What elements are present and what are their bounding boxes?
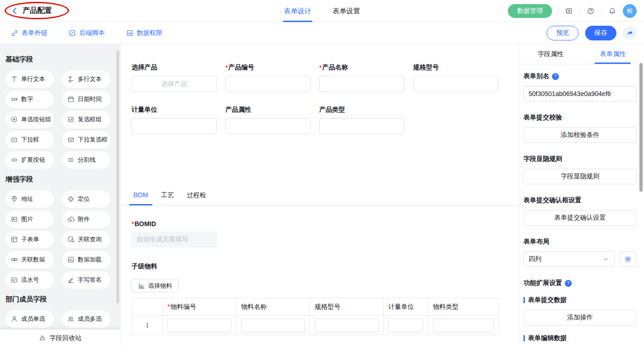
cell-input[interactable] [167, 319, 231, 332]
back-button[interactable] [11, 7, 19, 15]
field-input[interactable] [413, 76, 498, 92]
cell-input[interactable] [315, 319, 379, 332]
extension-group-表单提交数据: 表单提交数据 [523, 296, 637, 304]
palette-item-下拉复选框[interactable]: 下拉复选框 [62, 131, 110, 148]
cell-input[interactable] [388, 319, 423, 332]
palette-item-数字[interactable]: 123数字 [6, 91, 54, 108]
palette-section-title: 基础字段 [6, 55, 120, 64]
help-icon[interactable] [586, 6, 595, 16]
field-label: 规格型号 [413, 63, 498, 72]
chevron-down-icon [602, 256, 610, 263]
prop-section-label: 表单提交校验 [523, 114, 637, 122]
help-circle-icon[interactable]: ? [552, 73, 559, 80]
field-input[interactable] [319, 76, 404, 92]
field-label-text: 选择产品 [132, 63, 157, 72]
form-alias-input[interactable]: 50f30501ab06543e0a904ef6 [523, 86, 637, 102]
layout-settings-button[interactable] [619, 251, 637, 267]
properties-tab-表单属性[interactable]: 表单属性 [582, 44, 644, 64]
palette-item-定位[interactable]: 定位 [62, 190, 110, 208]
field-recycle-bin[interactable]: 字段回收站 [0, 330, 120, 347]
field-palette: 基础字段单行文本多行文本123数字日期时间单选按钮组复选框组下拉框下拉复选框扩展… [0, 44, 120, 347]
bell-icon[interactable] [608, 6, 617, 16]
palette-item-地址[interactable]: 地址 [6, 190, 54, 208]
palette-item-label: 关联数据 [21, 256, 45, 264]
column-header-label: 规格型号 [315, 303, 340, 310]
palette-item-流水号[interactable]: 流水号 [6, 271, 54, 289]
form-field-产品名称[interactable]: *产品名称 [319, 63, 404, 92]
bomid-label: *BOMID [132, 220, 500, 228]
preview-button[interactable]: 预览 [546, 26, 579, 40]
field-picker[interactable]: 选择产品 [132, 76, 217, 92]
image-icon [11, 216, 18, 223]
palette-item-成员多选[interactable]: 成员多选 [62, 310, 110, 328]
form-field-产品编号[interactable]: *产品编号 [225, 63, 310, 92]
palette-item-多行文本[interactable]: 多行文本 [62, 70, 110, 88]
field-input[interactable] [225, 118, 310, 134]
palette-item-分割线[interactable]: 分割线 [62, 151, 110, 169]
cell-input[interactable] [433, 319, 494, 332]
child-materials-label: 子级物料 [132, 262, 500, 271]
palette-item-子表单[interactable]: 子表单 [6, 231, 54, 248]
palette-item-label: 流水号 [21, 276, 39, 284]
attachment-icon [67, 216, 75, 223]
palette-item-label: 附件 [78, 215, 90, 223]
toolbar-link-后端脚本[interactable]: 后端脚本 [69, 29, 105, 37]
cell-input[interactable] [241, 319, 305, 332]
field-input[interactable] [132, 118, 217, 134]
header-tab-表单设置[interactable]: 表单设置 [333, 0, 360, 22]
form-field-规格型号[interactable]: 规格型号 [413, 63, 498, 92]
form-field-产品类型[interactable]: 产品类型 [319, 106, 404, 134]
save-button[interactable]: 保存 [585, 26, 616, 40]
select-material-button[interactable]: 选择物料 [132, 279, 178, 292]
subform-tab-过程检[interactable]: 过程检 [187, 188, 206, 205]
scrollbar-thumb[interactable] [639, 63, 643, 192]
form-field-计量单位[interactable]: 计量单位 [132, 106, 217, 134]
palette-item-关联查询[interactable]: 关联查询 [62, 231, 110, 248]
toolbar-link-表单外链[interactable]: 表单外链 [11, 29, 47, 37]
palette-item-下拉框[interactable]: 下拉框 [6, 131, 54, 148]
field-label-text: 产品类型 [319, 106, 345, 114]
form-layout-label: 表单布局 [523, 238, 637, 246]
form-field-选择产品[interactable]: 选择产品选择产品 [132, 63, 217, 92]
palette-item-单行文本[interactable]: 单行文本 [6, 70, 54, 88]
body: 基础字段单行文本多行文本123数字日期时间单选按钮组复选框组下拉框下拉复选框扩展… [0, 44, 644, 347]
data-manage-button[interactable]: 数据管理 [508, 4, 552, 18]
palette-item-数据加载[interactable]: 数据加载 [62, 251, 110, 268]
prop-section-button-表单提交确认设置[interactable]: 表单提交确认设置 [523, 210, 637, 226]
prop-section-button-字段显隐规则[interactable]: 字段显隐规则 [523, 169, 637, 184]
subform-tab-工艺[interactable]: 工艺 [161, 188, 174, 205]
palette-item-日期时间[interactable]: 日期时间 [62, 91, 110, 108]
contacts-icon[interactable] [564, 6, 574, 16]
prop-section-button-添加校验条件[interactable]: 添加校验条件 [523, 127, 637, 143]
field-input[interactable] [225, 76, 310, 92]
bomid-input[interactable]: 自动生成无需填写 [132, 232, 217, 247]
serial-number-icon [11, 276, 18, 284]
palette-item-label: 成员单选 [21, 315, 45, 323]
subform-tab-BOM[interactable]: BOM [133, 188, 148, 205]
palette-item-附件[interactable]: 附件 [62, 210, 110, 228]
extension-section: 功能扩展设置 ? 表单提交数据添加操作表单编辑数据添加操作 [523, 279, 637, 347]
palette-item-手写签名[interactable]: 手写签名 [62, 271, 110, 289]
palette-item-图片[interactable]: 图片 [6, 210, 54, 228]
scrollbar-thumb[interactable] [116, 51, 119, 303]
palette-item-复选框组[interactable]: 复选框组 [62, 111, 110, 128]
share-button[interactable] [623, 26, 637, 40]
palette-item-关联数据[interactable]: 关联数据 [6, 251, 54, 268]
extension-group-button-表单提交数据[interactable]: 添加操作 [523, 310, 637, 325]
avatar[interactable]: 检 [623, 4, 637, 18]
prop-section-字段显隐规则: 字段显隐规则字段显隐规则 [523, 155, 637, 184]
header-tab-表单设计[interactable]: 表单设计 [284, 0, 311, 22]
toolbar-link-数据权限[interactable]: 数据权限 [126, 29, 162, 37]
form-alias-label: 表单别名 ? [523, 72, 637, 80]
palette-item-扩展按钮[interactable]: 扩展按钮 [6, 151, 54, 169]
toolbar-link-label: 后端脚本 [79, 29, 105, 37]
form-field-产品属性[interactable]: 产品属性 [225, 106, 310, 134]
palette-item-单选按钮组[interactable]: 单选按钮组 [6, 111, 54, 128]
palette-item-label: 下拉复选框 [78, 136, 108, 144]
header: 产品配置 表单设计表单设置 数据管理 检 [0, 0, 644, 22]
properties-tab-字段属性[interactable]: 字段属性 [519, 44, 582, 64]
palette-item-成员单选[interactable]: 成员单选 [6, 310, 54, 328]
field-input[interactable] [319, 118, 404, 134]
help-circle-icon[interactable]: ? [565, 280, 572, 287]
layout-select[interactable]: 四列 [523, 251, 615, 267]
